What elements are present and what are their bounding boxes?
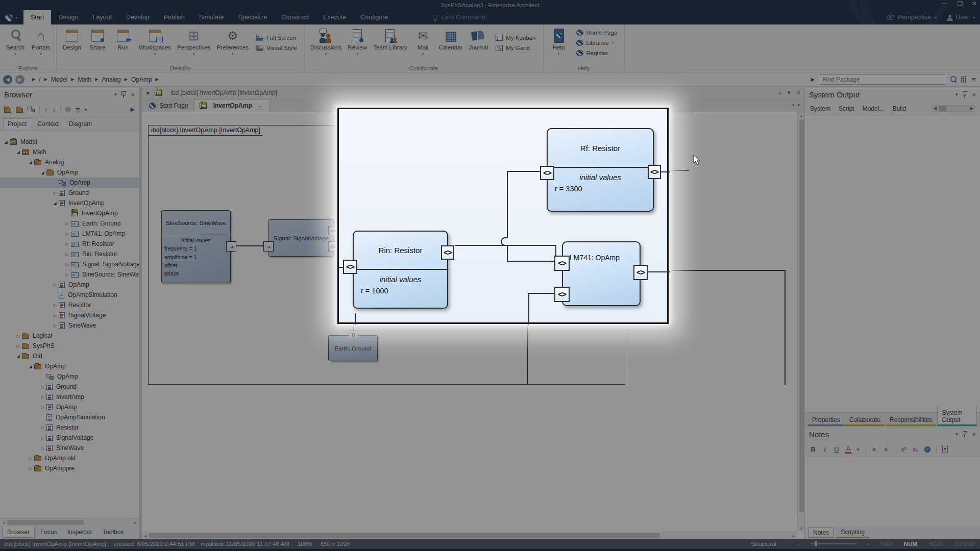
browser-horizontal-scrollbar[interactable]: ◂ ▸ — [0, 518, 139, 525]
tree-item-opamp-old[interactable]: ▷OpAmp old — [0, 453, 139, 463]
collapsed-arrow-icon[interactable]: ▷ — [39, 395, 46, 399]
tree-item-ground[interactable]: ▷Ground — [0, 188, 139, 198]
caption-close-icon[interactable]: × — [796, 89, 800, 96]
collapsed-arrow-icon[interactable]: ▷ — [27, 466, 34, 471]
tree-item-math[interactable]: ◢Math — [0, 147, 139, 157]
track-selection-icon[interactable] — [65, 107, 71, 112]
caption-dropdown-icon[interactable]: ▾ — [788, 89, 791, 96]
dock-tab-system-output[interactable]: System Output — [937, 407, 977, 426]
collapsed-arrow-icon[interactable]: ▷ — [63, 262, 71, 267]
tree-item-opamp[interactable]: ▷OpAmp — [0, 280, 139, 290]
ribbon-button-perspectives[interactable]: Perspectives▾ — [174, 26, 214, 64]
ribbon-button-preferences[interactable]: Preferences▾ — [214, 26, 252, 64]
user-dropdown-icon[interactable]: ▾ — [973, 15, 975, 20]
breadcrumb-item-[interactable]: / — [39, 76, 40, 83]
tree-item-resistor[interactable]: ▷Resistor — [0, 422, 139, 433]
dropdown-icon[interactable]: ▾ — [14, 52, 16, 56]
tree-item-model[interactable]: ◢Model — [0, 137, 139, 147]
ribbon-button-my-gantt[interactable]: My Gantt — [496, 45, 535, 51]
collapsed-arrow-icon[interactable]: ▷ — [63, 242, 71, 246]
notes-content[interactable] — [805, 457, 980, 527]
pin-icon[interactable] — [963, 431, 967, 437]
superscript-button[interactable]: x² — [901, 445, 907, 453]
bottom-tab-toolbox[interactable]: Toolbox — [98, 527, 128, 537]
tree-item-lm741-opamp[interactable]: ▷LM741: OpAmp — [0, 229, 139, 239]
collapsed-arrow-icon[interactable]: ▷ — [51, 323, 59, 328]
hamburger-menu-icon[interactable]: ≡ — [971, 76, 976, 83]
expanded-arrow-icon[interactable]: ◢ — [51, 201, 59, 206]
close-button[interactable]: ✕ — [972, 0, 977, 7]
tree-item-signal-signalvoltage[interactable]: ▷Signal: SignalVoltage — [0, 259, 139, 269]
pin-icon[interactable] — [121, 91, 126, 97]
dock-tab-responsibilities[interactable]: Responsibilities — [886, 414, 936, 426]
ribbon-button-search[interactable]: Search▾ — [3, 26, 28, 64]
bullet-list-button[interactable]: ≡ — [871, 445, 877, 453]
italic-button[interactable]: I — [822, 445, 828, 454]
menu-tab-develop[interactable]: Develop — [119, 10, 157, 24]
rin-resistor-block[interactable]: Rin: Resistor initial values r = 1000 — [353, 231, 448, 309]
ribbon-button-design[interactable]: Design — [59, 26, 85, 64]
collapsed-arrow-icon[interactable]: ▷ — [51, 303, 59, 308]
ribbon-button-journal[interactable]: Journal — [465, 26, 491, 64]
expanded-arrow-icon[interactable]: ◢ — [14, 150, 22, 155]
user-menu[interactable]: User — [956, 14, 969, 21]
dropdown-icon[interactable]: ▾ — [612, 40, 614, 45]
ribbon-button-team-library[interactable]: Team Library — [370, 26, 410, 64]
menu-tab-start[interactable]: Start — [23, 10, 51, 24]
menu-tab-execute[interactable]: Execute — [316, 10, 353, 24]
chevron-down-icon[interactable]: ▾ — [114, 92, 117, 97]
breadcrumb-item-analog[interactable]: Analog — [102, 76, 120, 83]
notes-tab-notes[interactable]: Notes — [808, 528, 834, 538]
document-icon[interactable] — [942, 446, 948, 453]
breadcrumb-item-model[interactable]: Model — [51, 76, 68, 83]
scroll-left-icon[interactable]: ◀ — [934, 106, 937, 111]
menu-tab-simulate[interactable]: Simulate — [192, 10, 231, 24]
tab-scroll-left-icon[interactable]: ◂ — [792, 102, 794, 107]
folder-icon[interactable] — [16, 108, 23, 113]
menu-tab-construct[interactable]: Construct — [274, 10, 316, 24]
dropdown-icon[interactable]: ▾ — [154, 52, 156, 56]
tree-item-invertopamp[interactable]: ◢InvertOpAmp — [0, 198, 139, 208]
browser-tab-project[interactable]: Project — [3, 118, 31, 129]
expand-arrow-icon[interactable]: ▶ — [811, 77, 815, 82]
proxy-port[interactable]: <> — [328, 241, 337, 252]
tab-scroll-right-icon[interactable]: ▸ — [798, 102, 800, 107]
ribbon-button-calendar[interactable]: Calendar — [436, 26, 466, 64]
dock-tab-collaborate[interactable]: Collaborate — [845, 414, 885, 426]
proxy-port[interactable]: <> — [441, 245, 454, 260]
collapsed-arrow-icon[interactable]: ▷ — [39, 425, 46, 430]
font-color-dropdown-icon[interactable]: ▾ — [857, 447, 860, 452]
browser-tab-context[interactable]: Context — [33, 119, 62, 129]
scroll-up-icon[interactable]: ▴ — [798, 112, 805, 119]
tree-item-signalvoltage[interactable]: ▷SignalVoltage — [0, 310, 139, 320]
tree-item-opamp[interactable]: ▷OpAmp — [0, 402, 139, 412]
chevron-down-icon[interactable]: ▾ — [955, 432, 958, 437]
move-down-icon[interactable]: ↓ — [53, 106, 56, 113]
collapsed-arrow-icon[interactable]: ▷ — [63, 232, 71, 236]
scroll-right-icon[interactable]: ▶ — [970, 106, 973, 111]
tree-item-rf-resistor[interactable]: ▷Rf: Resistor — [0, 239, 139, 249]
chevron-down-icon[interactable]: ▾ — [955, 92, 958, 97]
expanded-arrow-icon[interactable]: ◢ — [14, 354, 22, 359]
search-icon[interactable] — [950, 76, 957, 83]
tree-item-logical[interactable]: ▷Logical — [0, 331, 139, 341]
horizontal-scrollbar[interactable]: ◂ ▸ — [142, 532, 797, 539]
system-output-tab-model[interactable]: Model... — [863, 105, 885, 112]
collapse-left-icon[interactable]: « — [778, 90, 781, 96]
tree-item-opampsimulation[interactable]: OpAmpSimulation — [0, 412, 139, 422]
tree-item-ground[interactable]: ▷Ground — [0, 382, 139, 392]
ribbon-button-help[interactable]: Help▾ — [546, 26, 572, 64]
collapsed-arrow-icon[interactable]: ▷ — [51, 313, 59, 318]
breadcrumb-item-opamp[interactable]: OpAmp — [131, 76, 152, 83]
dropdown-icon[interactable]: ▾ — [232, 52, 234, 56]
proxy-port[interactable]: <> — [554, 256, 570, 271]
dropdown-icon[interactable]: ▾ — [40, 52, 42, 56]
nav-forward-button[interactable]: ▶ — [15, 75, 24, 84]
ribbon-button-workspaces[interactable]: Workspaces▾ — [136, 26, 174, 64]
menu-tab-specialize[interactable]: Specialize — [231, 10, 274, 24]
new-diagram-icon[interactable] — [28, 107, 35, 112]
collapsed-arrow-icon[interactable]: ▷ — [51, 283, 59, 287]
new-package-icon[interactable] — [4, 108, 11, 113]
close-icon[interactable]: × — [972, 91, 976, 98]
tree-item-sinesource-sinewave[interactable]: ▷SineSource: SineWave — [0, 269, 139, 280]
